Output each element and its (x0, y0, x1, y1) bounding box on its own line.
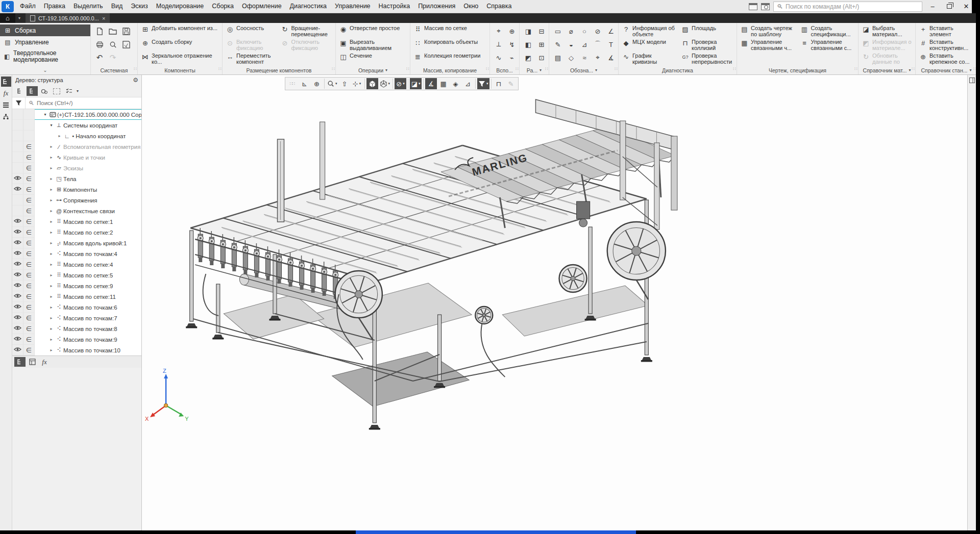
ribbon-icon-button[interactable]: ✎ (551, 38, 565, 51)
object-info-button[interactable]: ?Информация об объекте (621, 24, 678, 38)
expand-open-icon[interactable]: ▾ (48, 123, 55, 128)
collision-check-button[interactable]: ⊓Проверка коллизий (680, 38, 733, 52)
zoom-tool[interactable]: ▾ (326, 78, 338, 89)
tree-panel-button[interactable] (1, 77, 11, 87)
expand-closed-icon[interactable]: ▸ (48, 337, 55, 342)
tree-item-10[interactable]: ∈▸⠿Массив по сетке:2 (12, 227, 141, 238)
clip-view-button[interactable]: ◪▾ (410, 78, 422, 89)
variables-panel-button[interactable]: fx (1, 88, 11, 98)
view-orientation-icon[interactable]: ⊾ (299, 78, 310, 89)
filter-objects-button[interactable]: ▾ (477, 78, 489, 89)
mirror-component-button[interactable]: ⋈Зеркальное отражение ко... (140, 52, 220, 65)
save-button[interactable] (119, 24, 133, 38)
simple-hole-button[interactable]: ◉Отверстие простое (338, 24, 408, 38)
appearance-button[interactable]: ◈ (450, 78, 461, 89)
menu-item-7[interactable]: Оформление (238, 0, 286, 13)
measure-button[interactable]: ∡ (425, 78, 437, 89)
visibility-gutter-cell[interactable] (12, 281, 23, 291)
expand-closed-icon[interactable]: ▸ (48, 241, 55, 245)
expand-closed-icon[interactable]: ▸ (48, 305, 55, 310)
hidden-lines-button[interactable]: ⊘▾ (395, 78, 406, 89)
tree-item-0[interactable]: ▾⟂Системы координат (12, 120, 141, 131)
tree-item-9[interactable]: ∈▸⠿Массив по сетке:1 (12, 216, 141, 227)
rotate-move-button[interactable]: ↻Вращение-перемещение (280, 24, 334, 38)
menu-item-2[interactable]: Выделить (69, 0, 107, 13)
expand-closed-icon[interactable]: ▸ (48, 273, 55, 277)
ribbon-icon-button[interactable]: ▭ (551, 24, 565, 38)
select-material-button[interactable]: ◪Выбрать материал... (861, 24, 913, 38)
insert-fastener-button[interactable]: ⊕Вставить крепежное со... (918, 52, 975, 65)
visibility-gutter-cell[interactable] (12, 313, 23, 323)
tree-item-8[interactable]: ∈▸@Контекстные связи (12, 206, 141, 216)
tree-item-13[interactable]: ∈▸⠿Массив по сетке:4 (12, 259, 141, 270)
grid-array-button[interactable]: ⠿Массив по сетке (412, 24, 481, 38)
add-component-button[interactable]: ⊞Добавить компонент из... (140, 24, 220, 38)
linked-drawings-button[interactable]: ▦Управление связанными ч... (739, 38, 797, 52)
expand-closed-icon[interactable]: ▸ (48, 316, 55, 320)
open-document-button[interactable] (106, 24, 119, 38)
visibility-gutter-cell[interactable] (12, 270, 23, 281)
expand-closed-icon[interactable]: ▸ (48, 209, 55, 213)
expand-closed-icon[interactable]: ▸ (48, 219, 55, 224)
visibility-gutter-cell[interactable] (12, 248, 23, 259)
ribbon-icon-button[interactable]: ↯ (505, 38, 519, 51)
hierarchy-panel-button[interactable] (1, 112, 11, 122)
section-button[interactable]: ◫Сечение (338, 52, 408, 65)
fit-view-button[interactable]: ⇧ (339, 78, 351, 89)
linked-specifications-button[interactable]: ≡Управление связанными с... (799, 38, 856, 52)
menu-item-0[interactable]: Файл (16, 0, 40, 13)
ribbon-icon-button[interactable]: ∿ (492, 51, 505, 64)
visibility-gutter-cell[interactable] (12, 227, 23, 238)
expand-closed-icon[interactable]: ▸ (48, 284, 55, 288)
workspace-assembly[interactable]: ⊞ Сборка (0, 24, 90, 36)
tree-item-7[interactable]: ∈▸⊶Сопряжения (12, 195, 141, 206)
close-button[interactable]: ✕ (960, 1, 973, 12)
tree-display-options-button[interactable] (63, 86, 75, 96)
menu-item-3[interactable]: Вид (107, 0, 127, 13)
ribbon-icon-button[interactable]: ≈ (578, 51, 591, 64)
save-as-button[interactable] (119, 38, 133, 51)
expand-closed-icon[interactable]: ▸ (48, 166, 55, 170)
ribbon-collapse-chevron[interactable]: ⌄ (0, 66, 90, 74)
print-button[interactable] (93, 38, 106, 51)
section-dropdown-icon[interactable]: ▾ (909, 68, 911, 72)
visibility-gutter-cell[interactable] (12, 184, 23, 195)
expand-closed-icon[interactable]: ▸ (48, 144, 55, 149)
visibility-gutter-cell[interactable] (12, 334, 23, 345)
expand-closed-icon[interactable]: ▸ (48, 176, 55, 181)
section-dropdown-icon[interactable]: ▾ (969, 68, 971, 72)
toolbar-grip[interactable]: ∷∷ (286, 78, 298, 89)
visibility-gutter-cell[interactable] (12, 238, 23, 248)
command-search-input[interactable]: 🔍︎ Поиск по командам (Alt+/) (773, 2, 922, 12)
scene-settings-icon[interactable]: ⊕ (311, 78, 323, 89)
tree-tab-parameters[interactable] (27, 357, 38, 367)
tree-item-4[interactable]: ∈▸▱Эскизы (12, 163, 141, 173)
workspace-solid-modeling[interactable]: ◧ Твердотельное моделирование (0, 48, 90, 65)
ribbon-icon-button[interactable]: ⌀ (565, 24, 578, 38)
display-shaded-button[interactable] (366, 78, 378, 89)
create-assembly-button[interactable]: ⊕Создать сборку (140, 38, 220, 52)
section-dropdown-icon[interactable]: ▾ (385, 68, 387, 72)
menu-item-6[interactable]: Сборка (208, 0, 238, 13)
tree-item-1[interactable]: ▸∟●Начало координат (12, 131, 141, 141)
tree-item-15[interactable]: ∈▸⠿Массив по сетке:9 (12, 281, 141, 291)
tree-item-17[interactable]: ∈▸⠪Массив по точкам:6 (12, 302, 141, 313)
create-specification-button[interactable]: ▥Создать спецификаци... (799, 24, 856, 38)
ribbon-icon-button[interactable]: ◧ (522, 38, 535, 51)
visibility-gutter-cell[interactable] (12, 259, 23, 270)
tree-item-14[interactable]: ∈▸⠿Массив по сетке:5 (12, 270, 141, 281)
menu-item-1[interactable]: Правка (40, 0, 69, 13)
visibility-gutter-cell[interactable] (12, 302, 23, 313)
preview-button[interactable] (106, 38, 119, 51)
tree-item-11[interactable]: ∈▸⡴Массив вдоль кривой:1 (12, 238, 141, 248)
section-dropdown-icon[interactable]: ▾ (595, 68, 597, 72)
filter-funnel-icon[interactable] (12, 97, 26, 109)
ribbon-icon-button[interactable]: ⌁ (505, 51, 519, 64)
ribbon-icon-button[interactable]: ◨ (522, 24, 535, 38)
new-document-button[interactable] (93, 24, 106, 38)
visibility-gutter-cell[interactable] (12, 291, 23, 302)
minimize-button[interactable]: – (926, 1, 939, 12)
expand-closed-icon[interactable]: ▸ (48, 251, 55, 256)
ribbon-icon-button[interactable]: ∠ (604, 24, 618, 38)
model-viewport[interactable]: ∷∷⊾⊕▾⇧⊹▾▾⊘▾◪▾∡▦◈⊿▾⊓✎ MARLING (142, 75, 967, 530)
